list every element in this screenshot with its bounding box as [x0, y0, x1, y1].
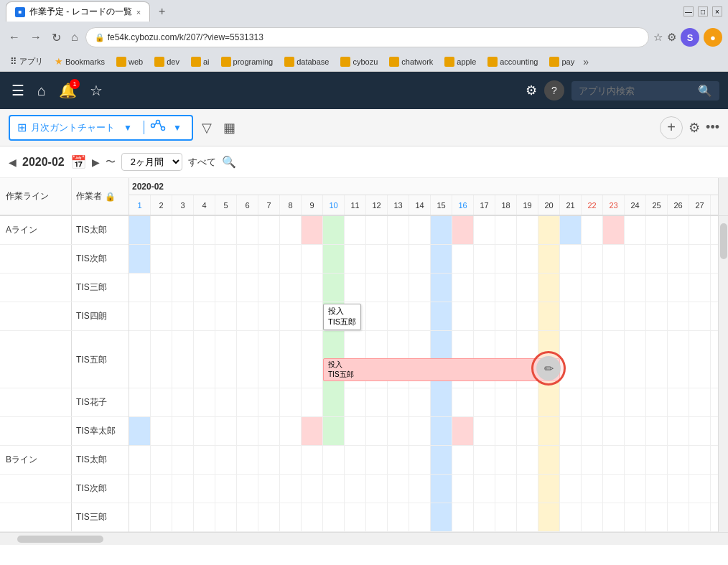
table-row: TIS四朗 [0, 302, 129, 331]
bookmark-apps[interactable]: ⠿ アプリ [6, 55, 47, 68]
svg-line-3 [154, 123, 156, 126]
filter-button[interactable]: ▽ [199, 117, 215, 139]
minimize-button[interactable]: — [683, 6, 694, 17]
bookmark-apple[interactable]: apple [440, 55, 480, 68]
date-navigator: ◀ 2020-02 📅 ▶ 〜 2ヶ月間 1ヶ月間 3ヶ月間 すべて 🔍 [0, 146, 728, 178]
maximize-button[interactable]: □ [698, 6, 708, 17]
all-label[interactable]: すべて [188, 156, 216, 169]
notification-bell[interactable]: 🔔 1 [56, 79, 80, 102]
bookmark-label: accounting [500, 57, 538, 66]
svg-line-4 [159, 123, 161, 128]
date-range-select[interactable]: 2ヶ月間 1ヶ月間 3ヶ月間 [121, 153, 182, 171]
day-6: 6 [237, 195, 258, 215]
home-button[interactable]: ⌂ [68, 29, 81, 45]
scrollbar-thumb-v[interactable] [720, 223, 727, 259]
line-column-header: 作業ライン [0, 178, 72, 215]
close-button[interactable]: × [712, 6, 722, 17]
vertical-scrollbar[interactable] [718, 216, 728, 532]
bookmarks-more[interactable]: » [583, 56, 589, 67]
profile-avatar[interactable]: S [681, 28, 699, 47]
day-16: 16 [452, 195, 474, 215]
view-selector-right[interactable]: ▼ [144, 118, 192, 137]
view-selector-left[interactable]: ⊞ 月次ガントチャート ▼ [10, 121, 144, 134]
day-25: 25 [646, 195, 668, 215]
browser-tab[interactable]: ■ 作業予定 - レコードの一覧 × [6, 1, 150, 22]
url-text: fe54k.cybozu.com/k/207/?view=5531313 [108, 32, 263, 42]
search-icon[interactable]: 🔍 [222, 155, 236, 169]
current-date-label: 2020-02 [22, 156, 65, 169]
window-controls: — □ × [683, 6, 722, 17]
back-button[interactable]: ← [6, 29, 23, 45]
bookmark-accounting[interactable]: accounting [483, 55, 542, 68]
bookmark-web[interactable]: web [112, 55, 147, 68]
extension-button[interactable]: ⚙ [667, 31, 676, 44]
month-header: 2020-02 [132, 182, 164, 192]
tilde-separator: 〜 [106, 156, 116, 169]
app-settings-button[interactable]: ⚙ [689, 120, 700, 136]
bookmark-dev[interactable]: dev [150, 55, 184, 68]
view-selector[interactable]: ⊞ 月次ガントチャート ▼ ▼ [9, 115, 193, 141]
bookmark-programing[interactable]: programing [217, 55, 278, 68]
day-5: 5 [215, 195, 237, 215]
bookmark-cybozu[interactable]: cybozu [336, 55, 382, 68]
scrollbar-thumb-h[interactable] [17, 536, 103, 543]
bookmark-bookmarks[interactable]: ★ Bookmarks [50, 55, 109, 68]
add-record-button[interactable]: + [660, 116, 683, 139]
view-right-dropdown-icon: ▼ [169, 123, 186, 133]
favorites-button[interactable]: ☆ [87, 79, 106, 102]
tab-close-button[interactable]: × [136, 8, 141, 17]
prev-month-button[interactable]: ◀ [9, 157, 17, 168]
new-tab-button[interactable]: + [153, 2, 171, 21]
help-button[interactable]: ? [544, 80, 564, 101]
table-row: TIS三郎 [0, 503, 129, 532]
star-button[interactable]: ☆ [653, 31, 663, 44]
refresh-button[interactable]: ↻ [49, 29, 64, 46]
table-row: Aライン TIS太郎 [0, 216, 129, 245]
gantt-left-body: Aライン TIS太郎 TIS次郎 TIS三郎 TIS四朗 TIS五郎 [0, 216, 129, 532]
bookmark-chatwork[interactable]: chatwork [385, 55, 437, 68]
search-icon: 🔍 [698, 84, 712, 98]
calendar-icon[interactable]: 📅 [70, 154, 86, 170]
bookmark-label: database [297, 57, 329, 66]
bookmark-label: アプリ [19, 56, 43, 67]
table-row: TIS次郎 [0, 475, 129, 503]
app-search[interactable]: 🔍 [571, 81, 719, 101]
bookmark-label: apple [457, 57, 476, 66]
day-24: 24 [625, 195, 646, 215]
forward-button[interactable]: → [27, 29, 45, 45]
home-button[interactable]: ⌂ [34, 80, 49, 102]
worker-column-header: 作業者 🔒 [72, 178, 129, 215]
bookmark-pay[interactable]: pay [545, 55, 579, 68]
address-input[interactable]: 🔒 fe54k.cybozu.com/k/207/?view=5531313 [85, 27, 649, 47]
chart-button[interactable]: ▦ [220, 117, 238, 139]
day-3: 3 [172, 195, 194, 215]
day-21: 21 [560, 195, 582, 215]
search-input[interactable] [579, 85, 694, 96]
hamburger-menu-button[interactable]: ☰ [9, 79, 27, 102]
day-17: 17 [474, 195, 495, 215]
settings-button[interactable]: ⚙ [526, 83, 537, 98]
day-13: 13 [388, 195, 409, 215]
table-row: TIS五郎 [0, 331, 129, 388]
edit-circle-button[interactable]: ✏ [531, 351, 566, 386]
bookmark-ai[interactable]: ai [187, 55, 214, 68]
notification-badge: 1 [70, 79, 80, 89]
bookmark-label: dev [167, 57, 179, 66]
profile-avatar2[interactable]: ● [704, 28, 722, 47]
more-options-button[interactable]: ••• [706, 120, 719, 135]
table-row: TIS三郎 [0, 274, 129, 302]
bookmark-label: programing [233, 57, 274, 66]
day-12: 12 [366, 195, 388, 215]
lock-icon: 🔒 [105, 192, 116, 202]
bookmark-label: ai [203, 57, 210, 66]
tab-favicon: ■ [15, 7, 25, 17]
day-4: 4 [194, 195, 215, 215]
next-month-button[interactable]: ▶ [92, 157, 100, 168]
bookmark-database[interactable]: database [280, 55, 333, 68]
gantt-bar-5[interactable]: 投入 TIS五郎 [323, 358, 560, 381]
day-7: 7 [258, 195, 280, 215]
day-1: 1 [129, 195, 151, 215]
view-label: 月次ガントチャート [31, 121, 115, 134]
day-14: 14 [409, 195, 431, 215]
horizontal-scrollbar[interactable] [0, 532, 728, 545]
